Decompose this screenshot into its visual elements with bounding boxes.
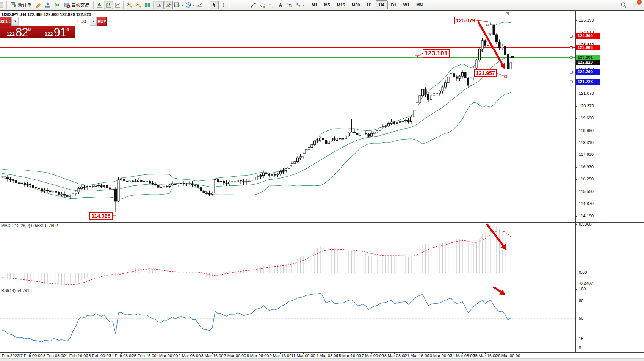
- timeframe-m1[interactable]: M1: [308, 0, 321, 9]
- buy-button[interactable]: BUY: [97, 17, 107, 26]
- panel-separator[interactable]: [0, 222, 644, 223]
- zoom-out-button[interactable]: [134, 1, 143, 9]
- shapes-button[interactable]: ▾: [294, 1, 306, 9]
- bar-chart-icon: [96, 2, 102, 8]
- auto-trading-button[interactable]: 自动交易: [61, 1, 92, 9]
- tile-windows-button[interactable]: [143, 1, 152, 9]
- price-level-label[interactable]: 122.820: [576, 60, 600, 65]
- templates-button[interactable]: ▾: [196, 1, 207, 9]
- signal-button[interactable]: [52, 1, 61, 9]
- timeframe-group: M1M5M15M30H1H4D1W1MN: [308, 0, 426, 9]
- bar-chart-button[interactable]: [95, 1, 104, 9]
- timeframe-w1[interactable]: W1: [400, 0, 413, 9]
- svg-text:A: A: [279, 3, 282, 8]
- styles-button[interactable]: [34, 1, 43, 9]
- price-tick: 115.550: [579, 189, 594, 194]
- macd-label: MACD(12,26,9) 0.5581 0.7692: [1, 223, 58, 228]
- channel-button[interactable]: E: [258, 1, 267, 9]
- price-level-label[interactable]: 123.663: [576, 45, 600, 50]
- rsi-tick: 15: [579, 336, 583, 341]
- new-order-icon: [11, 2, 17, 8]
- annotation-price-125079[interactable]: 125.079: [454, 17, 476, 24]
- timeframe-m30[interactable]: M30: [348, 0, 363, 9]
- price-level-label[interactable]: 121.728: [576, 79, 600, 85]
- timeframe-h4[interactable]: H4: [376, 0, 388, 9]
- volume-input[interactable]: [19, 17, 90, 26]
- search-button[interactable]: [619, 1, 628, 9]
- toolbar-divider: [0, 10, 644, 11]
- panel-separator[interactable]: [0, 286, 644, 286]
- vertical-line-button[interactable]: [230, 1, 240, 9]
- svg-text:E: E: [263, 5, 265, 8]
- annotation-price-114398[interactable]: 114.398: [89, 212, 113, 220]
- sell-price-panel[interactable]: 122 82 0: [0, 26, 38, 38]
- tick-mark: [575, 143, 577, 143]
- text-button[interactable]: A: [276, 1, 285, 9]
- svg-text:F: F: [273, 6, 274, 8]
- panel-separator[interactable]: [0, 221, 644, 221]
- timeframe-d1[interactable]: D1: [388, 0, 400, 9]
- periods-button[interactable]: ▾: [184, 1, 196, 9]
- tick-mark: [575, 216, 577, 217]
- buy-price-panel[interactable]: 122 91 4: [38, 26, 76, 38]
- zoom-in-button[interactable]: [125, 1, 134, 9]
- sell-button[interactable]: SELL: [0, 17, 11, 26]
- price-tick: 119.690: [579, 116, 594, 120]
- annotation-price-121957[interactable]: 121.957: [474, 69, 497, 77]
- trendline-button[interactable]: [249, 1, 258, 9]
- chevron-down-icon: ▾: [303, 3, 304, 7]
- horizontal-line-button[interactable]: [240, 1, 249, 9]
- timeframe-h1[interactable]: H1: [363, 0, 375, 9]
- price-tick: 118.990: [579, 128, 594, 133]
- price-tick: 114.870: [579, 201, 594, 206]
- chart-area[interactable]: 125.190124.510123.810123.130122.420121.7…: [0, 11, 644, 361]
- date-label: 29 Mar 00:00: [491, 353, 525, 358]
- new-order-button[interactable]: 新订单: [8, 1, 34, 9]
- volume-decrease-button[interactable]: ▼: [12, 17, 19, 26]
- auto-trading-label: 自动交易: [71, 2, 89, 8]
- price-level-label[interactable]: 122.290: [576, 69, 600, 75]
- line-chart-button[interactable]: [113, 1, 122, 9]
- fibonacci-button[interactable]: F: [267, 1, 276, 9]
- timeframe-m5[interactable]: M5: [321, 0, 333, 9]
- chart-shift-button[interactable]: [164, 1, 173, 9]
- candlestick-canvas[interactable]: [0, 11, 575, 221]
- timeframe-mn[interactable]: MN: [413, 0, 426, 9]
- tick-mark: [575, 289, 577, 290]
- tick-mark: [575, 301, 577, 301]
- tick-mark: [575, 192, 577, 192]
- channel-icon: E: [259, 2, 265, 8]
- clipped-edge-icon: [0, 1, 5, 9]
- divider: [153, 1, 154, 9]
- tick-mark: [575, 167, 577, 168]
- cursor-button[interactable]: [210, 1, 219, 9]
- volume-increase-button[interactable]: ▲: [90, 17, 97, 26]
- annotation-price-123101[interactable]: 123.101: [423, 49, 450, 58]
- buy-price-base: 122: [45, 31, 53, 38]
- toolbar-right: 1: [619, 1, 644, 9]
- text-label-button[interactable]: T: [285, 1, 294, 9]
- chat-button[interactable]: 1: [631, 1, 640, 9]
- panel-separator[interactable]: [0, 287, 644, 287]
- tick-mark: [575, 155, 577, 155]
- new-chart-button[interactable]: ▾: [173, 1, 184, 9]
- rsi-canvas[interactable]: [0, 287, 575, 352]
- candlestick-button[interactable]: [104, 1, 113, 9]
- sell-price-base: 122: [6, 31, 15, 38]
- new-chart-icon: [174, 2, 180, 8]
- macd-canvas[interactable]: [0, 222, 575, 286]
- rsi-tick: 50: [579, 316, 583, 320]
- tick-mark: [575, 118, 577, 119]
- timeframe-m15[interactable]: M15: [334, 0, 348, 9]
- price-tick: 116.930: [579, 165, 594, 169]
- rsi-tick: 100: [579, 287, 586, 291]
- text-icon: A: [277, 2, 284, 8]
- rsi-tick: 0: [579, 345, 581, 350]
- price-tick: 120.370: [579, 104, 594, 108]
- auto-scroll-button[interactable]: [155, 1, 164, 9]
- profile-button[interactable]: [43, 1, 52, 9]
- buy-price-big: 91: [54, 28, 66, 38]
- price-level-label[interactable]: 124.309: [576, 33, 600, 39]
- crosshair-button[interactable]: [219, 1, 228, 9]
- trendline-icon: [250, 2, 256, 8]
